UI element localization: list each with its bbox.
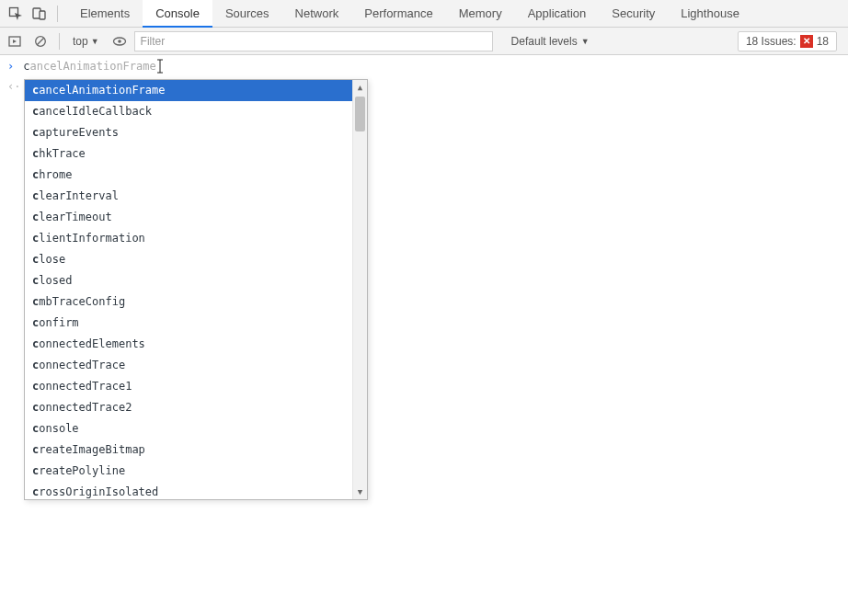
separator [57, 6, 58, 22]
levels-selector[interactable]: Default levels ▼ [504, 35, 597, 48]
console-prompt-line[interactable]: › cancelAnimationFrame [0, 57, 848, 75]
autocomplete-item[interactable]: connectedTrace [25, 355, 352, 376]
autocomplete-item[interactable]: close [25, 249, 352, 270]
ghost-suggestion: ancelAnimationFrame [29, 60, 155, 73]
autocomplete-list: cancelAnimationFramecancelIdleCallbackca… [25, 80, 352, 499]
svg-rect-2 [40, 11, 45, 19]
tab-bar-left [0, 4, 67, 24]
levels-label: Default levels [511, 35, 578, 48]
tab-application[interactable]: Application [515, 0, 600, 28]
context-label: top [73, 35, 88, 48]
autocomplete-item[interactable]: chrome [25, 165, 352, 186]
toggle-device-icon[interactable] [29, 4, 50, 24]
autocomplete-item[interactable]: createPolyline [25, 461, 352, 482]
autocomplete-item[interactable]: captureEvents [25, 122, 352, 143]
console-toolbar: top ▼ Default levels ▼ 18 Issues: ✕ 18 [0, 28, 848, 55]
devtools-tab-bar: Elements Console Sources Network Perform… [0, 0, 848, 28]
autocomplete-popup: cancelAnimationFramecancelIdleCallbackca… [24, 79, 368, 500]
live-expression-icon[interactable] [109, 30, 131, 52]
issues-chip[interactable]: 18 Issues: ✕ 18 [738, 31, 837, 51]
autocomplete-item[interactable]: cmbTraceConfig [25, 291, 352, 313]
tab-console[interactable]: Console [143, 0, 212, 28]
issues-prefix: 18 Issues: [746, 35, 796, 48]
autocomplete-item[interactable]: clearInterval [25, 186, 352, 207]
result-marker: ‹ [0, 59, 29, 77]
autocomplete-item[interactable]: cancelAnimationFrame [25, 80, 352, 101]
issues-errors-count: 18 [817, 35, 829, 48]
tab-security[interactable]: Security [599, 0, 668, 28]
clear-console-icon[interactable] [29, 30, 52, 52]
tab-performance[interactable]: Performance [351, 0, 445, 28]
context-selector[interactable]: top ▼ [67, 35, 105, 48]
result-arrow-icon: ‹· [7, 80, 20, 93]
autocomplete-item[interactable]: confirm [25, 313, 352, 334]
autocomplete-item[interactable]: connectedTrace2 [25, 397, 352, 418]
autocomplete-item[interactable]: chkTrace [25, 143, 352, 165]
tab-sources[interactable]: Sources [212, 0, 282, 28]
autocomplete-item[interactable]: console [25, 418, 352, 439]
tab-memory[interactable]: Memory [446, 0, 515, 28]
filter-input[interactable] [134, 31, 493, 51]
autocomplete-item[interactable]: createImageBitmap [25, 439, 352, 461]
dropdown-icon: ▼ [581, 37, 590, 46]
svg-point-7 [118, 40, 121, 43]
autocomplete-item[interactable]: clientInformation [25, 228, 352, 249]
scroll-down-icon[interactable]: ▼ [353, 485, 367, 499]
autocomplete-scrollbar[interactable]: ▲ ▼ [352, 80, 367, 499]
separator [59, 33, 60, 50]
scroll-thumb[interactable] [355, 97, 365, 131]
inspect-element-icon[interactable] [6, 4, 26, 24]
tabs-container: Elements Console Sources Network Perform… [67, 0, 848, 28]
tab-network[interactable]: Network [282, 0, 352, 28]
console-area: › cancelAnimationFrame ‹ ‹· cancelAnimat… [0, 55, 848, 75]
autocomplete-item[interactable]: clearTimeout [25, 207, 352, 228]
scroll-up-icon[interactable]: ▲ [353, 80, 367, 95]
tab-elements[interactable]: Elements [67, 0, 143, 28]
autocomplete-item[interactable]: closed [25, 270, 352, 291]
autocomplete-item[interactable]: crossOriginIsolated [25, 482, 352, 499]
autocomplete-item[interactable]: connectedElements [25, 334, 352, 355]
autocomplete-item[interactable]: connectedTrace1 [25, 376, 352, 397]
error-badge-icon: ✕ [800, 35, 813, 48]
tab-lighthouse[interactable]: Lighthouse [668, 0, 752, 28]
text-cursor-icon [156, 59, 164, 76]
toggle-sidebar-icon[interactable] [4, 30, 26, 52]
svg-line-5 [37, 38, 43, 44]
dropdown-icon: ▼ [91, 37, 99, 46]
autocomplete-item[interactable]: cancelIdleCallback [25, 101, 352, 122]
